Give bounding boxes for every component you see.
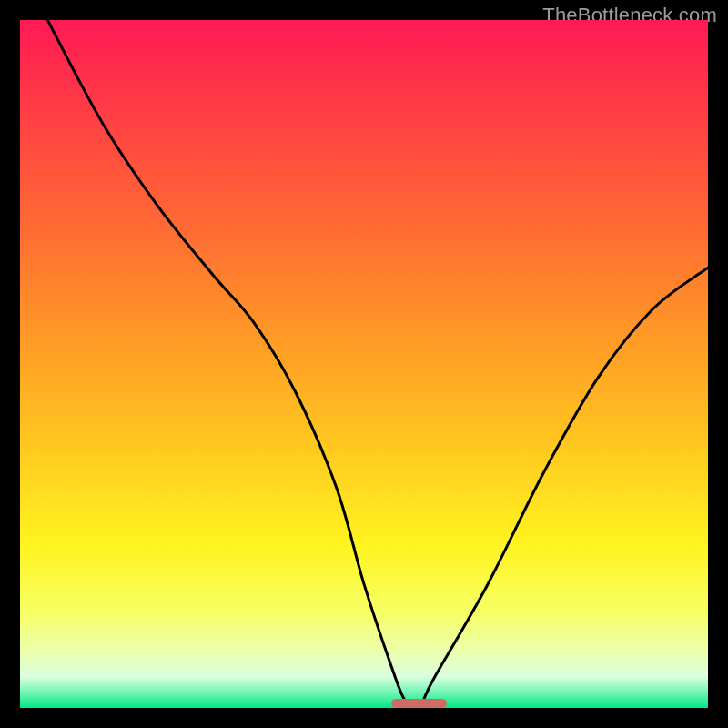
optimal-range-marker <box>391 699 446 708</box>
plot-svg <box>20 20 708 708</box>
chart-frame: TheBottleneck.com <box>0 0 728 728</box>
gradient-background <box>20 20 708 708</box>
plot-area <box>20 20 708 708</box>
